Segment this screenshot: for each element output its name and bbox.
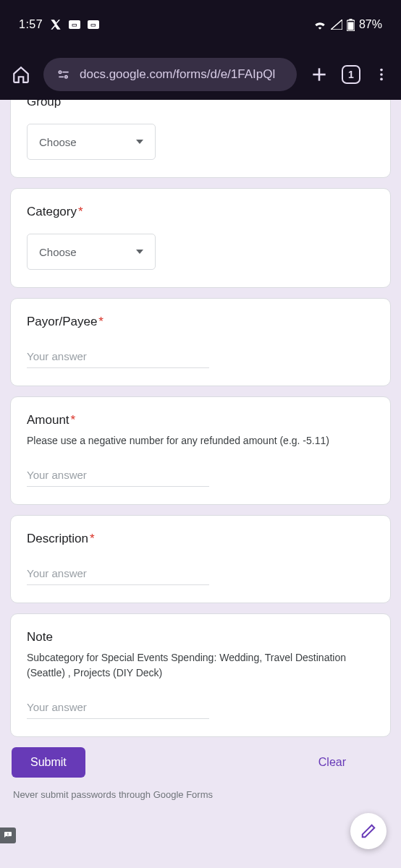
form-content: Group Choose Category* Choose Payor/Paye…	[0, 100, 401, 868]
payor-input[interactable]	[27, 345, 209, 368]
question-amount: Amount* Please use a negative number for…	[10, 396, 391, 505]
question-group: Group Choose	[10, 100, 391, 178]
password-disclaimer: Never submit passwords through Google Fo…	[10, 789, 391, 800]
svg-point-11	[380, 78, 383, 81]
category-dropdown-value: Choose	[39, 246, 77, 258]
svg-rect-2	[347, 22, 353, 30]
amount-desc: Please use a negative number for any ref…	[27, 433, 374, 448]
feedback-tab[interactable]	[0, 827, 16, 843]
chevron-down-icon	[136, 140, 143, 144]
form-actions: Submit Clear	[10, 747, 391, 778]
svg-point-10	[380, 73, 383, 76]
home-icon[interactable]	[12, 65, 30, 84]
svg-point-5	[65, 76, 67, 78]
tab-count: 1	[348, 69, 354, 80]
amount-label: Amount*	[27, 413, 374, 427]
group-dropdown-value: Choose	[39, 136, 77, 148]
url-text: docs.google.com/forms/d/e/1FAIpQl	[80, 67, 284, 82]
browser-bar: docs.google.com/forms/d/e/1FAIpQl 1	[0, 49, 401, 100]
question-category: Category* Choose	[10, 188, 391, 288]
url-bar[interactable]: docs.google.com/forms/d/e/1FAIpQl	[43, 58, 297, 91]
description-label: Description*	[27, 532, 374, 546]
description-input[interactable]	[27, 562, 209, 585]
category-label: Category*	[27, 205, 374, 219]
question-note: Note Subcategory for Special Events Spen…	[10, 613, 391, 737]
clear-form-link[interactable]: Clear	[318, 756, 389, 769]
status-time: 1:57	[19, 18, 43, 31]
tab-switcher[interactable]: 1	[342, 65, 360, 84]
group-dropdown[interactable]: Choose	[27, 124, 156, 160]
svg-point-9	[380, 69, 383, 72]
payor-label: Payor/Payee*	[27, 315, 374, 329]
new-tab-icon[interactable]	[310, 65, 329, 84]
question-payor: Payor/Payee*	[10, 298, 391, 386]
note-input[interactable]	[27, 696, 209, 719]
news-icon-2: ▭	[88, 20, 99, 29]
group-label: Group	[27, 100, 374, 109]
battery-icon	[347, 19, 355, 31]
amount-input[interactable]	[27, 464, 209, 487]
news-icon-1: ▭	[69, 20, 80, 29]
edit-fab[interactable]	[350, 813, 387, 849]
note-label: Note	[27, 630, 374, 644]
note-desc: Subcategory for Special Events Spending:…	[27, 650, 374, 680]
battery-percent: 87%	[359, 18, 382, 31]
cell-signal-icon	[331, 20, 342, 30]
pencil-icon	[360, 823, 376, 839]
status-bar: 1:57 ▭ ▭ 87%	[0, 0, 401, 49]
question-description: Description*	[10, 515, 391, 603]
svg-point-3	[59, 71, 61, 73]
wifi-icon	[313, 20, 326, 30]
submit-button[interactable]: Submit	[12, 747, 85, 778]
chevron-down-icon	[136, 250, 143, 254]
overflow-menu-icon[interactable]	[373, 67, 389, 82]
svg-rect-1	[349, 19, 352, 20]
x-app-icon	[50, 19, 62, 30]
category-dropdown[interactable]: Choose	[27, 234, 156, 270]
site-settings-icon	[56, 67, 71, 82]
